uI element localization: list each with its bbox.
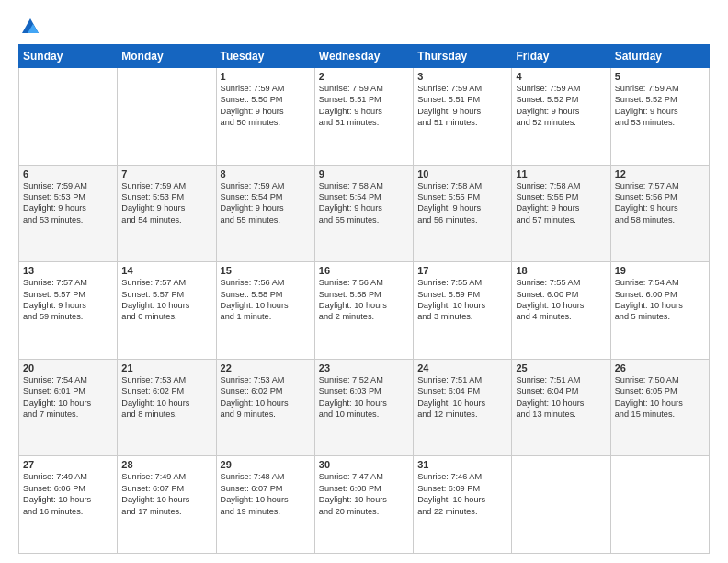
- day-info: Sunrise: 7:59 AM Sunset: 5:51 PM Dayligh…: [417, 83, 507, 129]
- day-number: 13: [23, 265, 113, 276]
- calendar-header-row: SundayMondayTuesdayWednesdayThursdayFrid…: [19, 45, 710, 68]
- calendar-cell: 30Sunrise: 7:47 AM Sunset: 6:08 PM Dayli…: [314, 456, 413, 554]
- day-number: 22: [221, 362, 311, 373]
- day-info: Sunrise: 7:58 AM Sunset: 5:55 PM Dayligh…: [516, 180, 606, 226]
- calendar-cell: 3Sunrise: 7:59 AM Sunset: 5:51 PM Daylig…: [414, 68, 512, 166]
- day-number: 4: [516, 71, 606, 82]
- day-number: 28: [121, 459, 211, 470]
- calendar-cell: 2Sunrise: 7:59 AM Sunset: 5:51 PM Daylig…: [314, 68, 413, 166]
- calendar-cell: 23Sunrise: 7:52 AM Sunset: 6:03 PM Dayli…: [314, 359, 413, 456]
- calendar-cell: 20Sunrise: 7:54 AM Sunset: 6:01 PM Dayli…: [19, 359, 118, 456]
- day-info: Sunrise: 7:49 AM Sunset: 6:07 PM Dayligh…: [121, 471, 211, 517]
- day-number: 16: [319, 265, 409, 276]
- day-number: 9: [319, 168, 409, 179]
- day-info: Sunrise: 7:54 AM Sunset: 6:01 PM Dayligh…: [23, 374, 113, 420]
- day-info: Sunrise: 7:54 AM Sunset: 6:00 PM Dayligh…: [615, 277, 705, 323]
- day-info: Sunrise: 7:51 AM Sunset: 6:04 PM Dayligh…: [417, 374, 507, 420]
- day-number: 25: [516, 362, 606, 373]
- day-number: 18: [516, 265, 606, 276]
- calendar-cell: 27Sunrise: 7:49 AM Sunset: 6:06 PM Dayli…: [19, 456, 118, 554]
- day-info: Sunrise: 7:59 AM Sunset: 5:52 PM Dayligh…: [615, 83, 705, 129]
- day-number: 29: [221, 459, 311, 470]
- calendar-header-saturday: Saturday: [610, 45, 709, 68]
- calendar-cell: 18Sunrise: 7:55 AM Sunset: 6:00 PM Dayli…: [512, 262, 610, 360]
- day-info: Sunrise: 7:46 AM Sunset: 6:09 PM Dayligh…: [417, 471, 507, 517]
- day-number: 30: [319, 459, 409, 470]
- calendar-week-4: 27Sunrise: 7:49 AM Sunset: 6:06 PM Dayli…: [19, 456, 710, 554]
- calendar-header-sunday: Sunday: [19, 45, 118, 68]
- day-number: 23: [319, 362, 409, 373]
- day-number: 21: [121, 362, 211, 373]
- day-info: Sunrise: 7:59 AM Sunset: 5:50 PM Dayligh…: [221, 83, 311, 129]
- calendar-cell: 14Sunrise: 7:57 AM Sunset: 5:57 PM Dayli…: [118, 262, 216, 360]
- day-info: Sunrise: 7:58 AM Sunset: 5:55 PM Dayligh…: [417, 180, 507, 226]
- calendar-cell: 17Sunrise: 7:55 AM Sunset: 5:59 PM Dayli…: [414, 262, 512, 360]
- day-number: 14: [121, 265, 211, 276]
- day-info: Sunrise: 7:52 AM Sunset: 6:03 PM Dayligh…: [319, 374, 409, 420]
- day-number: 12: [615, 168, 705, 179]
- day-number: 20: [23, 362, 113, 373]
- day-info: Sunrise: 7:55 AM Sunset: 6:00 PM Dayligh…: [516, 277, 606, 323]
- calendar-cell: 26Sunrise: 7:50 AM Sunset: 6:05 PM Dayli…: [610, 359, 709, 456]
- calendar-week-0: 1Sunrise: 7:59 AM Sunset: 5:50 PM Daylig…: [19, 68, 710, 166]
- day-info: Sunrise: 7:50 AM Sunset: 6:05 PM Dayligh…: [615, 374, 705, 420]
- calendar-cell: 21Sunrise: 7:53 AM Sunset: 6:02 PM Dayli…: [118, 359, 216, 456]
- day-number: 17: [417, 265, 507, 276]
- day-number: 1: [221, 71, 311, 82]
- calendar-cell: 12Sunrise: 7:57 AM Sunset: 5:56 PM Dayli…: [610, 165, 709, 262]
- calendar-cell: 8Sunrise: 7:59 AM Sunset: 5:54 PM Daylig…: [216, 165, 314, 262]
- day-info: Sunrise: 7:59 AM Sunset: 5:52 PM Dayligh…: [516, 83, 606, 129]
- calendar-cell: 11Sunrise: 7:58 AM Sunset: 5:55 PM Dayli…: [512, 165, 610, 262]
- day-info: Sunrise: 7:58 AM Sunset: 5:54 PM Dayligh…: [319, 180, 409, 226]
- calendar: SundayMondayTuesdayWednesdayThursdayFrid…: [18, 44, 710, 554]
- day-number: 26: [615, 362, 705, 373]
- day-info: Sunrise: 7:51 AM Sunset: 6:04 PM Dayligh…: [516, 374, 606, 420]
- calendar-cell: 19Sunrise: 7:54 AM Sunset: 6:00 PM Dayli…: [610, 262, 709, 360]
- day-number: 3: [417, 71, 507, 82]
- calendar-cell: [118, 68, 216, 166]
- calendar-cell: 4Sunrise: 7:59 AM Sunset: 5:52 PM Daylig…: [512, 68, 610, 166]
- calendar-cell: 15Sunrise: 7:56 AM Sunset: 5:58 PM Dayli…: [216, 262, 314, 360]
- logo: [18, 17, 40, 37]
- day-number: 24: [417, 362, 507, 373]
- calendar-cell: 31Sunrise: 7:46 AM Sunset: 6:09 PM Dayli…: [414, 456, 512, 554]
- day-info: Sunrise: 7:56 AM Sunset: 5:58 PM Dayligh…: [319, 277, 409, 323]
- calendar-cell: 5Sunrise: 7:59 AM Sunset: 5:52 PM Daylig…: [610, 68, 709, 166]
- page: SundayMondayTuesdayWednesdayThursdayFrid…: [0, 0, 728, 563]
- calendar-cell: 9Sunrise: 7:58 AM Sunset: 5:54 PM Daylig…: [314, 165, 413, 262]
- calendar-cell: 24Sunrise: 7:51 AM Sunset: 6:04 PM Dayli…: [414, 359, 512, 456]
- calendar-week-1: 6Sunrise: 7:59 AM Sunset: 5:53 PM Daylig…: [19, 165, 710, 262]
- calendar-cell: 28Sunrise: 7:49 AM Sunset: 6:07 PM Dayli…: [118, 456, 216, 554]
- calendar-cell: 22Sunrise: 7:53 AM Sunset: 6:02 PM Dayli…: [216, 359, 314, 456]
- day-info: Sunrise: 7:56 AM Sunset: 5:58 PM Dayligh…: [221, 277, 311, 323]
- day-number: 27: [23, 459, 113, 470]
- header: [18, 17, 710, 37]
- calendar-cell: [512, 456, 610, 554]
- day-info: Sunrise: 7:57 AM Sunset: 5:57 PM Dayligh…: [23, 277, 113, 323]
- calendar-cell: 10Sunrise: 7:58 AM Sunset: 5:55 PM Dayli…: [414, 165, 512, 262]
- day-number: 7: [121, 168, 211, 179]
- calendar-cell: 7Sunrise: 7:59 AM Sunset: 5:53 PM Daylig…: [118, 165, 216, 262]
- calendar-cell: 29Sunrise: 7:48 AM Sunset: 6:07 PM Dayli…: [216, 456, 314, 554]
- day-info: Sunrise: 7:59 AM Sunset: 5:54 PM Dayligh…: [221, 180, 311, 226]
- calendar-week-3: 20Sunrise: 7:54 AM Sunset: 6:01 PM Dayli…: [19, 359, 710, 456]
- calendar-week-2: 13Sunrise: 7:57 AM Sunset: 5:57 PM Dayli…: [19, 262, 710, 360]
- calendar-cell: 6Sunrise: 7:59 AM Sunset: 5:53 PM Daylig…: [19, 165, 118, 262]
- calendar-cell: 1Sunrise: 7:59 AM Sunset: 5:50 PM Daylig…: [216, 68, 314, 166]
- day-info: Sunrise: 7:57 AM Sunset: 5:56 PM Dayligh…: [615, 180, 705, 226]
- day-info: Sunrise: 7:49 AM Sunset: 6:06 PM Dayligh…: [23, 471, 113, 517]
- day-number: 11: [516, 168, 606, 179]
- day-number: 15: [221, 265, 311, 276]
- day-info: Sunrise: 7:48 AM Sunset: 6:07 PM Dayligh…: [221, 471, 311, 517]
- day-info: Sunrise: 7:59 AM Sunset: 5:53 PM Dayligh…: [121, 180, 211, 226]
- calendar-header-thursday: Thursday: [414, 45, 512, 68]
- logo-icon: [20, 17, 40, 37]
- day-number: 2: [319, 71, 409, 82]
- day-number: 19: [615, 265, 705, 276]
- day-number: 8: [221, 168, 311, 179]
- day-info: Sunrise: 7:59 AM Sunset: 5:53 PM Dayligh…: [23, 180, 113, 226]
- calendar-cell: [610, 456, 709, 554]
- day-info: Sunrise: 7:47 AM Sunset: 6:08 PM Dayligh…: [319, 471, 409, 517]
- day-info: Sunrise: 7:53 AM Sunset: 6:02 PM Dayligh…: [121, 374, 211, 420]
- day-info: Sunrise: 7:57 AM Sunset: 5:57 PM Dayligh…: [121, 277, 211, 323]
